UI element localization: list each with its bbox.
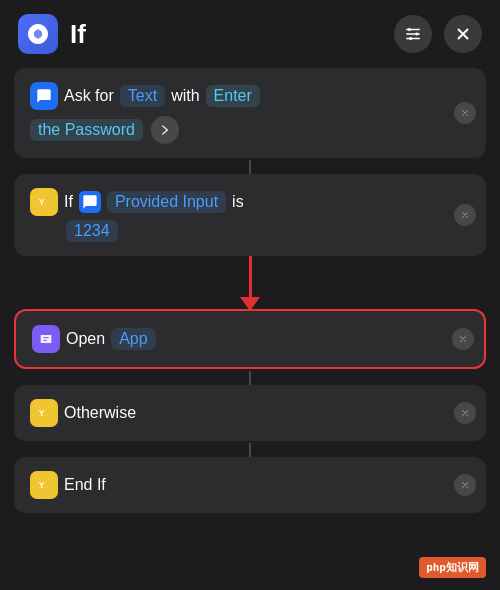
ask-for-text-block: Ask for Text with Enter the Password (14, 68, 486, 158)
message-icon (36, 88, 52, 104)
ask-for-with-label: with (171, 87, 199, 105)
svg-text:Y: Y (39, 480, 45, 490)
connector-line-3 (249, 443, 251, 457)
input-icon (82, 194, 98, 210)
open-app-icon-container (32, 325, 60, 353)
password-token[interactable]: the Password (30, 119, 143, 141)
open-app-dismiss-button[interactable] (452, 328, 474, 350)
close-button[interactable] (444, 15, 482, 53)
settings-button[interactable] (394, 15, 432, 53)
svg-text:Y: Y (39, 408, 45, 418)
ask-for-type-token[interactable]: Text (120, 85, 165, 107)
red-line (249, 256, 252, 297)
header: If (0, 0, 500, 68)
is-label: is (232, 193, 244, 211)
settings-icon (404, 25, 422, 43)
x-icon-5 (460, 480, 470, 490)
expand-button[interactable] (151, 116, 179, 144)
end-if-label: End If (64, 476, 106, 494)
ask-for-text-row: Ask for Text with Enter (30, 82, 470, 110)
otherwise-block: Y Otherwise (14, 385, 486, 441)
open-app-icon (38, 331, 54, 347)
open-app-block: Open App (14, 309, 486, 369)
otherwise-row: Y Otherwise (30, 399, 470, 427)
chevron-right-icon (158, 123, 172, 137)
ask-for-label: Ask for (64, 87, 114, 105)
ask-for-prompt-token[interactable]: Enter (206, 85, 260, 107)
svg-point-1 (415, 33, 418, 36)
x-icon-3 (458, 334, 468, 344)
otherwise-dismiss-button[interactable] (454, 402, 476, 424)
page-title: If (70, 19, 394, 50)
otherwise-label: Otherwise (64, 404, 136, 422)
header-controls (394, 15, 482, 53)
if-condition-block: Y If Provided Input is 1234 (14, 174, 486, 256)
shortcuts-icon (26, 22, 50, 46)
if-value-token[interactable]: 1234 (66, 220, 118, 242)
svg-point-2 (409, 37, 412, 40)
ask-for-icon (30, 82, 58, 110)
end-if-icon: Y (36, 477, 52, 493)
if-dismiss-button[interactable] (454, 204, 476, 226)
ask-for-dismiss-button[interactable] (454, 102, 476, 124)
x-icon-4 (460, 408, 470, 418)
php-watermark: php知识网 (419, 557, 486, 578)
x-icon (460, 108, 470, 118)
x-icon-2 (460, 210, 470, 220)
otherwise-icon-container: Y (30, 399, 58, 427)
red-arrow-column (240, 256, 260, 311)
provided-input-token[interactable]: Provided Input (107, 191, 226, 213)
connector-2 (14, 371, 486, 385)
ask-for-second-row: the Password (30, 116, 470, 144)
if-condition-row: Y If Provided Input is (30, 188, 470, 216)
svg-point-0 (408, 28, 411, 31)
if-icon: Y (36, 194, 52, 210)
end-if-icon-container: Y (30, 471, 58, 499)
close-icon (454, 25, 472, 43)
if-value-row: 1234 (30, 220, 470, 242)
app-icon (18, 14, 58, 54)
content-area: Ask for Text with Enter the Password (0, 68, 500, 515)
connector-1 (14, 160, 486, 174)
open-app-row: Open App (32, 325, 468, 353)
open-label: Open (66, 330, 105, 348)
if-icon-container: Y (30, 188, 58, 216)
svg-text:Y: Y (39, 197, 45, 207)
end-if-dismiss-button[interactable] (454, 474, 476, 496)
if-label: If (64, 193, 73, 211)
red-arrow-connector (14, 256, 486, 311)
app-token[interactable]: App (111, 328, 155, 350)
connector-line-2 (249, 371, 251, 385)
connector-3 (14, 443, 486, 457)
provided-input-icon (79, 191, 101, 213)
end-if-block: Y End If (14, 457, 486, 513)
end-if-row: Y End If (30, 471, 470, 499)
otherwise-icon: Y (36, 405, 52, 421)
connector-line-1 (249, 160, 251, 174)
